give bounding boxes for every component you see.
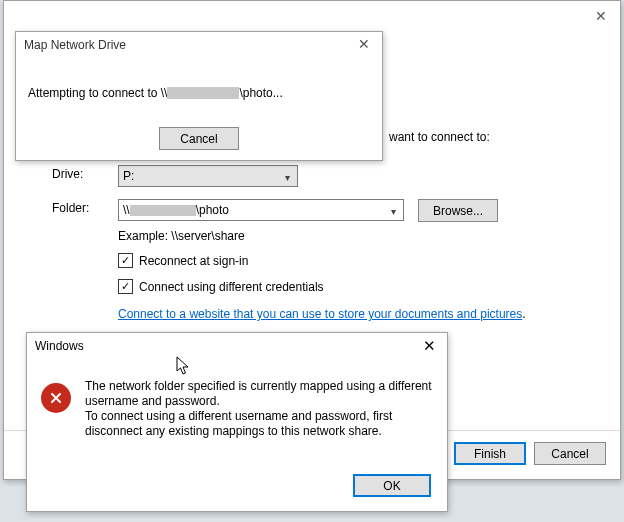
error-dialog: Windows ✕ The network folder specified i… (26, 332, 448, 512)
close-icon[interactable]: ✕ (352, 36, 376, 54)
drive-label: Drive: (52, 167, 112, 181)
close-icon[interactable]: ✕ (588, 7, 614, 27)
connecting-dialog: Map Network Drive ✕ Attempting to connec… (15, 31, 383, 161)
checkmark-icon: ✓ (118, 279, 133, 294)
folder-value-prefix: \\ (123, 203, 130, 217)
connecting-message: Attempting to connect to \\\photo... (28, 86, 283, 100)
reconnect-checkbox[interactable]: ✓ Reconnect at sign-in (118, 253, 248, 268)
connecting-title: Map Network Drive (24, 38, 126, 52)
finish-button[interactable]: Finish (454, 442, 526, 465)
cancel-button[interactable]: Cancel (534, 442, 606, 465)
connect-website-link[interactable]: Connect to a website that you can use to… (118, 307, 522, 321)
different-credentials-checkbox[interactable]: ✓ Connect using different credentials (118, 279, 324, 294)
reconnect-label: Reconnect at sign-in (139, 254, 248, 268)
folder-value-suffix: \photo (196, 203, 229, 217)
drive-select[interactable]: P: ▾ (118, 165, 298, 187)
different-credentials-label: Connect using different credentials (139, 280, 324, 294)
error-message: The network folder specified is currentl… (85, 379, 433, 439)
browse-button[interactable]: Browse... (418, 199, 498, 222)
folder-label: Folder: (52, 201, 112, 215)
ok-button[interactable]: OK (353, 474, 431, 497)
chevron-down-icon: ▾ (385, 202, 401, 220)
prompt-text-fragment: want to connect to: (389, 130, 490, 144)
folder-example-text: Example: \\server\share (118, 229, 245, 243)
drive-value: P: (123, 169, 134, 183)
redacted-hostname (130, 205, 196, 216)
connecting-cancel-button[interactable]: Cancel (159, 127, 239, 150)
chevron-down-icon: ▾ (279, 168, 295, 186)
folder-input[interactable]: \\\photo ▾ (118, 199, 404, 221)
error-icon (41, 383, 71, 413)
checkmark-icon: ✓ (118, 253, 133, 268)
close-icon[interactable]: ✕ (417, 337, 441, 355)
redacted-hostname (167, 87, 239, 99)
error-title: Windows (35, 339, 84, 353)
